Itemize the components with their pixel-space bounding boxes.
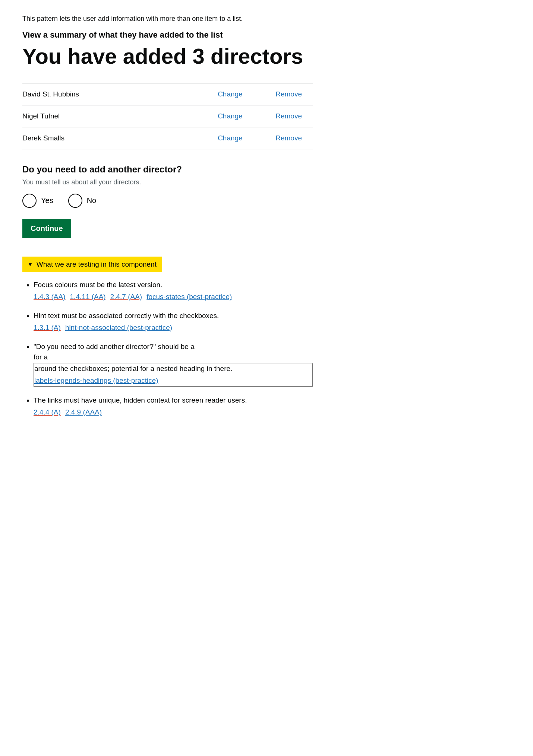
change-cell: Change <box>197 127 254 149</box>
triangle-icon: ▼ <box>28 261 33 267</box>
testing-toggle-label: What we are testing in this component <box>37 260 157 269</box>
criteria-link[interactable]: hint-not-associated (best-practice) <box>65 323 172 333</box>
change-cell: Change <box>197 83 254 105</box>
question-heading: Do you need to add another director? <box>22 164 313 175</box>
radio-no-circle[interactable] <box>68 194 82 208</box>
criteria-link[interactable]: 2.4.4 (A) <box>34 407 61 418</box>
intro-text: This pattern lets the user add informati… <box>22 15 313 23</box>
testing-list: Focus colours must be the latest version… <box>22 280 313 418</box>
question-section: Do you need to add another director? You… <box>22 164 313 208</box>
director-name: Derek Smalls <box>22 127 197 149</box>
radio-yes-option[interactable]: Yes <box>22 194 53 208</box>
remove-link[interactable]: Remove <box>275 90 302 98</box>
radio-yes-circle[interactable] <box>22 194 37 208</box>
criteria-link[interactable]: focus-states (best-practice) <box>146 292 232 302</box>
change-cell: Change <box>197 105 254 127</box>
directors-table: David St. Hubbins Change Remove Nigel Tu… <box>22 83 313 149</box>
criteria-link[interactable]: 1.4.3 (AA) <box>34 292 66 302</box>
remove-link[interactable]: Remove <box>275 112 302 120</box>
remove-cell: Remove <box>254 83 313 105</box>
item-text: "Do you need to add another director?" s… <box>34 343 313 387</box>
radio-group: Yes No <box>22 194 313 208</box>
links-row: 1.3.1 (A)hint-not-associated (best-pract… <box>34 323 313 333</box>
item-text: Hint text must be associated correctly w… <box>34 312 219 320</box>
criteria-link[interactable]: 2.4.9 (AAA) <box>65 407 102 418</box>
change-link[interactable]: Change <box>218 134 243 142</box>
list-item: Hint text must be associated correctly w… <box>34 311 313 333</box>
list-item: Focus colours must be the latest version… <box>34 280 313 302</box>
criteria-link[interactable]: 2.4.7 (AA) <box>110 292 142 302</box>
table-row: Nigel Tufnel Change Remove <box>22 105 313 127</box>
testing-toggle[interactable]: ▼ What we are testing in this component <box>22 257 162 272</box>
links-row: 1.4.3 (AA)1.4.11 (AA)2.4.7 (AA)focus-sta… <box>34 292 313 302</box>
testing-content: Focus colours must be the latest version… <box>22 272 313 433</box>
director-name: Nigel Tufnel <box>22 105 197 127</box>
criteria-link[interactable]: 1.3.1 (A) <box>34 323 61 333</box>
links-row: labels-legends-headings (best-practice) <box>34 375 312 386</box>
list-item: The links must have unique, hidden conte… <box>34 395 313 418</box>
hint-text: You must tell us about all your director… <box>22 178 313 186</box>
remove-cell: Remove <box>254 127 313 149</box>
main-heading: You have added 3 directors <box>22 44 313 68</box>
continue-button[interactable]: Continue <box>22 219 71 238</box>
list-item: "Do you need to add another director?" s… <box>34 342 313 387</box>
table-row: David St. Hubbins Change Remove <box>22 83 313 105</box>
criteria-link[interactable]: 1.4.11 (AA) <box>70 292 106 302</box>
change-link[interactable]: Change <box>218 112 243 120</box>
change-link[interactable]: Change <box>218 90 243 98</box>
remove-link[interactable]: Remove <box>275 134 302 142</box>
table-row: Derek Smalls Change Remove <box>22 127 313 149</box>
item-text: The links must have unique, hidden conte… <box>34 396 247 404</box>
testing-section: ▼ What we are testing in this component … <box>22 257 313 433</box>
remove-cell: Remove <box>254 105 313 127</box>
links-row: 2.4.4 (A)2.4.9 (AAA) <box>34 407 313 418</box>
item-text: Focus colours must be the latest version… <box>34 281 162 289</box>
radio-yes-label: Yes <box>41 196 53 205</box>
criteria-link[interactable]: labels-legends-headings (best-practice) <box>34 375 158 386</box>
radio-no-label: No <box>87 196 97 205</box>
radio-no-option[interactable]: No <box>68 194 97 208</box>
director-name: David St. Hubbins <box>22 83 197 105</box>
sub-heading: View a summary of what they have added t… <box>22 30 313 40</box>
